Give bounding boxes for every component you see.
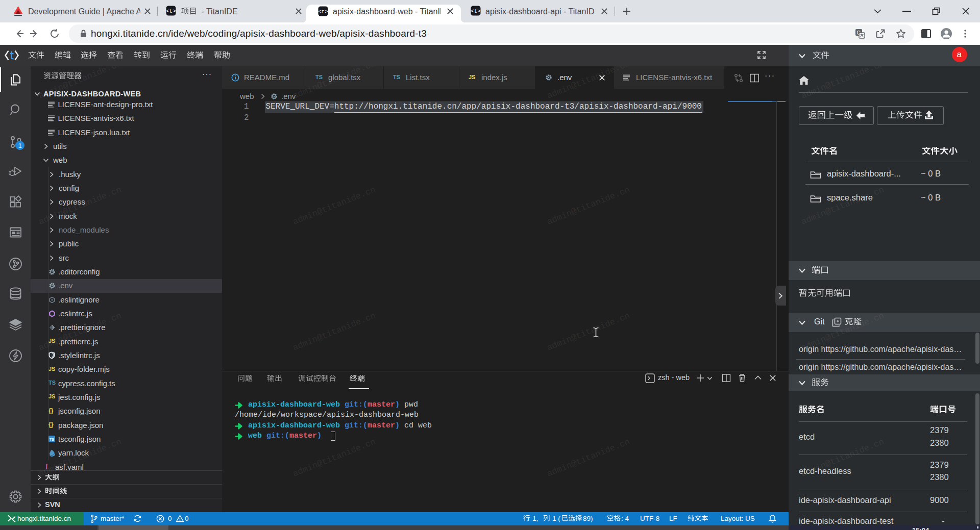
svg-text:<t>: <t> [166, 8, 176, 14]
svg-text:<t>: <t> [318, 9, 328, 15]
svg-text:TS: TS [50, 438, 54, 441]
svg-text:<t>: <t> [471, 8, 481, 14]
